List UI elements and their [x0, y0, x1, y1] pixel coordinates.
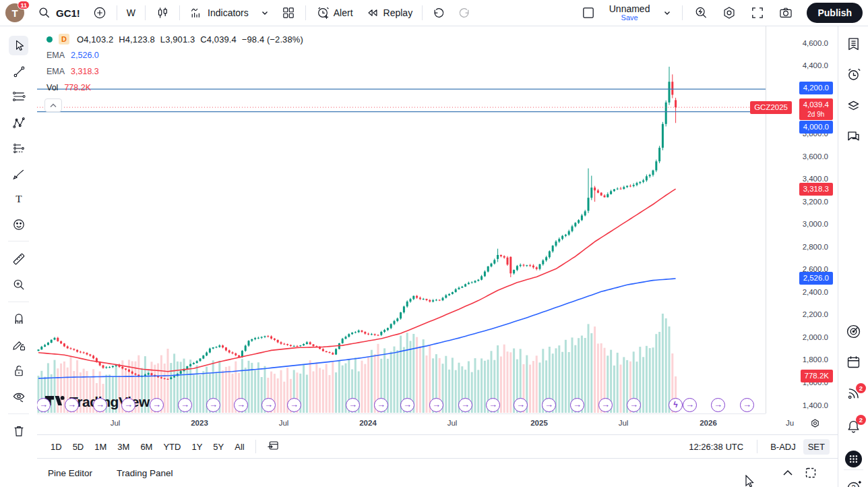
chat-button[interactable] [844, 127, 863, 146]
trend-line-tool-button[interactable] [9, 61, 28, 81]
contract-rollover-marker[interactable]: → [486, 398, 500, 412]
compare-add-button[interactable] [87, 3, 113, 23]
range-button-ytd[interactable]: YTD [158, 439, 186, 455]
contract-rollover-marker[interactable]: → [542, 398, 556, 412]
help-button[interactable]: ? [844, 478, 863, 487]
price-axis-badge-level[interactable]: 4,200.0 [799, 82, 833, 94]
price-axis-badge-level[interactable]: 4,000.0 [799, 121, 833, 134]
replay-button[interactable]: Replay [360, 3, 418, 23]
cursor-tool-button[interactable] [9, 36, 28, 55]
indicators-button[interactable]: Indicators [184, 3, 254, 23]
tab-pine-editor[interactable]: Pine Editor [48, 464, 92, 482]
contract-rollover-marker[interactable]: → [150, 398, 164, 412]
price-axis-badge-contract[interactable]: GCZ2025 [750, 101, 792, 114]
session-settlement-button[interactable]: SET [803, 439, 830, 455]
magnet-tool-button[interactable] [9, 309, 28, 328]
contract-bolt-marker[interactable]: ϟ [669, 398, 683, 412]
back-adjust-button[interactable]: B-ADJ [766, 439, 801, 455]
legend-collapse-button[interactable] [44, 98, 62, 112]
watchlist-button[interactable] [844, 34, 863, 54]
range-button-6m[interactable]: 6M [135, 439, 158, 455]
range-button-all[interactable]: All [229, 439, 249, 455]
brush-tool-button[interactable] [9, 164, 28, 183]
settings-button[interactable] [716, 3, 742, 23]
contract-rollover-marker[interactable]: → [261, 398, 276, 412]
contract-rollover-marker[interactable]: → [346, 398, 360, 412]
contract-rollover-marker[interactable]: → [627, 398, 641, 412]
range-button-1m[interactable]: 1M [89, 439, 112, 455]
contract-rollover-marker[interactable]: → [683, 398, 697, 412]
apps-grid-button[interactable] [844, 449, 863, 469]
range-button-5y[interactable]: 5Y [208, 439, 229, 455]
contract-rollover-marker[interactable]: → [429, 398, 443, 412]
tab-trading-panel[interactable]: Trading Panel [117, 464, 173, 482]
quick-search-button[interactable] [688, 3, 714, 23]
delayed-data-badge[interactable]: D [59, 34, 69, 45]
interval-button[interactable]: W [121, 5, 141, 21]
contract-rollover-marker[interactable]: → [598, 398, 613, 412]
remove-drawings-button[interactable] [9, 421, 28, 440]
contract-rollover-marker[interactable]: → [514, 398, 528, 412]
chart-style-button[interactable] [150, 3, 175, 23]
time-axis[interactable]: Jul2023Jul2024Jul2025Jul2026Ju [37, 413, 766, 434]
calendar-button[interactable] [844, 352, 863, 372]
price-axis-badge-ema[interactable]: 2,526.0 [799, 272, 833, 285]
range-button-5d[interactable]: 5D [67, 439, 90, 455]
symbol-search-button[interactable]: GC1! [32, 3, 86, 22]
price-axis[interactable]: 4,600.04,400.03,800.03,600.03,400.03,200… [766, 26, 838, 413]
layout-select-button[interactable] [576, 3, 601, 23]
axis-settings-gear-icon[interactable] [810, 418, 820, 428]
object-tree-button[interactable] [844, 96, 863, 115]
contract-rollover-marker[interactable]: → [93, 398, 107, 412]
chart-canvas[interactable]: D O4,103.2 H4,123.8 L3,901.3 C4,039.4 −9… [37, 26, 766, 413]
contract-rollover-marker[interactable]: → [711, 398, 725, 412]
range-button-3m[interactable]: 3M [112, 439, 135, 455]
range-button-1d[interactable]: 1D [45, 439, 67, 455]
zoom-in-tool-button[interactable] [9, 275, 28, 294]
price-axis-badge-price[interactable]: 4,039.42d 9h [799, 98, 833, 120]
price-axis-badge-ema[interactable]: 3,318.3 [799, 183, 833, 196]
indicator-templates-chevron[interactable] [255, 6, 274, 20]
publish-button[interactable]: Publish [807, 3, 863, 23]
contract-rollover-marker[interactable]: → [458, 398, 472, 412]
drawing-lock-mode-button[interactable] [9, 335, 28, 354]
hide-drawings-button[interactable] [9, 386, 28, 406]
panel-collapse-chevron-icon[interactable] [782, 469, 793, 476]
contract-rollover-marker[interactable]: → [37, 398, 51, 412]
clock-utc[interactable]: 12:26:38 UTC [689, 442, 749, 452]
layout-chevron[interactable] [658, 6, 677, 20]
contract-rollover-marker[interactable]: → [740, 398, 754, 412]
contract-rollover-marker[interactable]: → [206, 398, 220, 412]
user-avatar[interactable]: T 11 [5, 3, 24, 22]
forecast-tool-button[interactable] [9, 138, 28, 158]
legend-symbol-row[interactable]: D O4,103.2 H4,123.8 L3,901.3 C4,039.4 −9… [43, 34, 303, 45]
alert-button[interactable]: Alert [310, 3, 359, 23]
legend-volume-row[interactable]: Vol 778.2K [43, 82, 303, 93]
lock-all-drawings-button[interactable] [9, 361, 28, 380]
layout-name-button[interactable]: Unnamed Save [604, 1, 656, 24]
panel-maximize-icon[interactable] [805, 467, 816, 478]
text-tool-button[interactable]: T [9, 189, 28, 208]
save-label[interactable]: Save [621, 14, 638, 22]
contract-rollover-marker[interactable]: → [121, 398, 135, 412]
contract-rollover-marker[interactable]: → [287, 398, 301, 412]
fib-retracement-tool-button[interactable] [9, 86, 28, 106]
goto-date-button[interactable] [261, 436, 285, 457]
contract-rollover-marker[interactable]: → [178, 398, 192, 412]
fullscreen-button[interactable] [745, 3, 770, 23]
grid-templates-button[interactable] [276, 3, 301, 23]
contract-rollover-marker[interactable]: → [374, 398, 388, 412]
measure-tool-button[interactable] [9, 249, 28, 268]
emoji-tool-button[interactable] [9, 214, 28, 234]
redo-button[interactable] [452, 3, 476, 22]
contract-rollover-marker[interactable]: → [65, 398, 79, 412]
range-button-1y[interactable]: 1Y [186, 439, 208, 455]
contract-rollover-marker[interactable]: → [400, 398, 414, 412]
legend-ema-slow-row[interactable]: EMA 2,526.0 [43, 50, 303, 61]
hotlist-target-button[interactable] [844, 322, 863, 341]
alerts-panel-button[interactable] [844, 65, 863, 84]
undo-button[interactable] [427, 3, 451, 22]
pattern-tool-button[interactable] [9, 113, 28, 132]
snapshot-button[interactable] [773, 3, 799, 23]
contract-rollover-marker[interactable]: → [234, 398, 248, 412]
